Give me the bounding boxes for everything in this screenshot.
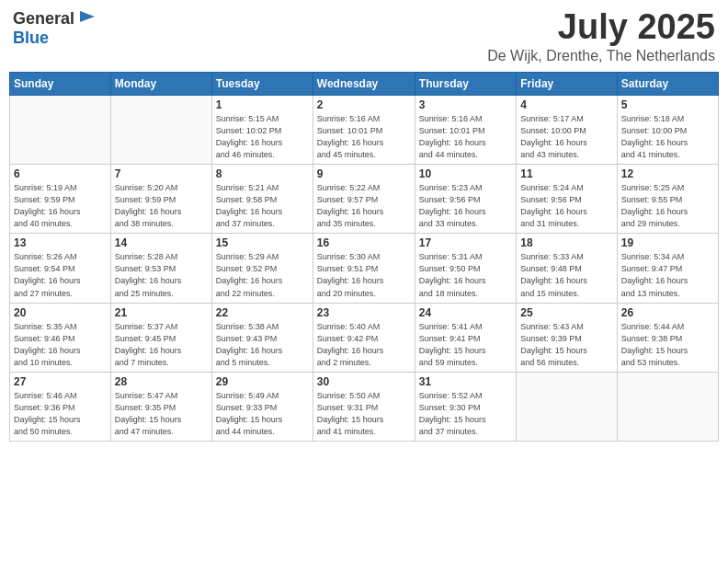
day-number: 30 (317, 375, 411, 388)
calendar-cell-1-5: 3Sunrise: 5:16 AM Sunset: 10:01 PM Dayli… (415, 96, 516, 165)
calendar-cell-3-3: 15Sunrise: 5:29 AM Sunset: 9:52 PM Dayli… (211, 234, 313, 303)
day-number: 13 (14, 236, 107, 249)
day-detail: Sunrise: 5:34 AM Sunset: 9:47 PM Dayligh… (621, 251, 714, 299)
day-detail: Sunrise: 5:16 AM Sunset: 10:01 PM Daylig… (317, 113, 411, 161)
day-detail: Sunrise: 5:26 AM Sunset: 9:54 PM Dayligh… (14, 251, 107, 299)
day-number: 22 (216, 306, 309, 319)
day-number: 31 (419, 375, 512, 388)
day-number: 10 (419, 167, 512, 180)
title-area: July 2025 De Wijk, Drenthe, The Netherla… (487, 9, 715, 64)
day-detail: Sunrise: 5:21 AM Sunset: 9:58 PM Dayligh… (216, 182, 309, 230)
calendar-cell-1-3: 1Sunrise: 5:15 AM Sunset: 10:02 PM Dayli… (211, 96, 313, 165)
calendar-cell-1-2 (110, 96, 211, 165)
day-number: 16 (317, 236, 411, 249)
day-detail: Sunrise: 5:18 AM Sunset: 10:00 PM Daylig… (621, 113, 714, 161)
day-detail: Sunrise: 5:38 AM Sunset: 9:43 PM Dayligh… (216, 321, 309, 369)
day-number: 28 (115, 375, 208, 388)
day-detail: Sunrise: 5:44 AM Sunset: 9:38 PM Dayligh… (621, 321, 714, 369)
day-detail: Sunrise: 5:28 AM Sunset: 9:53 PM Dayligh… (115, 251, 208, 299)
day-number: 4 (520, 98, 612, 111)
day-detail: Sunrise: 5:50 AM Sunset: 9:31 PM Dayligh… (317, 390, 411, 438)
day-detail: Sunrise: 5:25 AM Sunset: 9:55 PM Dayligh… (621, 182, 714, 230)
calendar-cell-1-6: 4Sunrise: 5:17 AM Sunset: 10:00 PM Dayli… (517, 96, 617, 165)
day-detail: Sunrise: 5:30 AM Sunset: 9:51 PM Dayligh… (317, 251, 411, 299)
calendar-cell-4-3: 22Sunrise: 5:38 AM Sunset: 9:43 PM Dayli… (211, 303, 313, 372)
month-title: July 2025 (487, 9, 715, 44)
day-number: 29 (216, 375, 309, 388)
day-number: 2 (317, 98, 411, 111)
day-number: 1 (216, 98, 309, 111)
day-number: 7 (115, 167, 208, 180)
weekday-header-row: SundayMondayTuesdayWednesdayThursdayFrid… (10, 73, 719, 96)
day-detail: Sunrise: 5:46 AM Sunset: 9:36 PM Dayligh… (14, 390, 107, 438)
day-number: 11 (520, 167, 612, 180)
calendar-cell-1-1 (10, 96, 111, 165)
calendar-cell-1-4: 2Sunrise: 5:16 AM Sunset: 10:01 PM Dayli… (313, 96, 415, 165)
day-number: 23 (317, 306, 411, 319)
day-detail: Sunrise: 5:22 AM Sunset: 9:57 PM Dayligh… (317, 182, 411, 230)
calendar-cell-4-2: 21Sunrise: 5:37 AM Sunset: 9:45 PM Dayli… (110, 303, 211, 372)
day-number: 24 (419, 306, 512, 319)
calendar-cell-2-6: 11Sunrise: 5:24 AM Sunset: 9:56 PM Dayli… (517, 165, 617, 234)
calendar-cell-5-2: 28Sunrise: 5:47 AM Sunset: 9:35 PM Dayli… (110, 372, 211, 441)
calendar-cell-2-1: 6Sunrise: 5:19 AM Sunset: 9:59 PM Daylig… (10, 165, 111, 234)
day-number: 17 (419, 236, 512, 249)
day-detail: Sunrise: 5:33 AM Sunset: 9:48 PM Dayligh… (520, 251, 612, 299)
day-detail: Sunrise: 5:15 AM Sunset: 10:02 PM Daylig… (216, 113, 309, 161)
weekday-header-wednesday: Wednesday (313, 73, 415, 96)
day-detail: Sunrise: 5:43 AM Sunset: 9:39 PM Dayligh… (520, 321, 612, 369)
day-number: 6 (14, 167, 107, 180)
day-number: 9 (317, 167, 411, 180)
day-number: 26 (621, 306, 714, 319)
day-detail: Sunrise: 5:20 AM Sunset: 9:59 PM Dayligh… (115, 182, 208, 230)
calendar-cell-3-2: 14Sunrise: 5:28 AM Sunset: 9:53 PM Dayli… (110, 234, 211, 303)
day-detail: Sunrise: 5:23 AM Sunset: 9:56 PM Dayligh… (419, 182, 512, 230)
calendar-week-row-1: 1Sunrise: 5:15 AM Sunset: 10:02 PM Dayli… (10, 96, 719, 165)
day-number: 21 (115, 306, 208, 319)
day-detail: Sunrise: 5:37 AM Sunset: 9:45 PM Dayligh… (115, 321, 208, 369)
calendar-week-row-2: 6Sunrise: 5:19 AM Sunset: 9:59 PM Daylig… (10, 165, 719, 234)
calendar-cell-3-4: 16Sunrise: 5:30 AM Sunset: 9:51 PM Dayli… (313, 234, 415, 303)
calendar-week-row-3: 13Sunrise: 5:26 AM Sunset: 9:54 PM Dayli… (10, 234, 719, 303)
weekday-header-sunday: Sunday (10, 73, 111, 96)
day-detail: Sunrise: 5:52 AM Sunset: 9:30 PM Dayligh… (419, 390, 512, 438)
calendar-cell-2-4: 9Sunrise: 5:22 AM Sunset: 9:57 PM Daylig… (313, 165, 415, 234)
day-detail: Sunrise: 5:24 AM Sunset: 9:56 PM Dayligh… (520, 182, 612, 230)
calendar-cell-5-4: 30Sunrise: 5:50 AM Sunset: 9:31 PM Dayli… (313, 372, 415, 441)
calendar-cell-2-2: 7Sunrise: 5:20 AM Sunset: 9:59 PM Daylig… (110, 165, 211, 234)
calendar-cell-4-7: 26Sunrise: 5:44 AM Sunset: 9:38 PM Dayli… (617, 303, 718, 372)
calendar-cell-2-5: 10Sunrise: 5:23 AM Sunset: 9:56 PM Dayli… (415, 165, 516, 234)
day-detail: Sunrise: 5:47 AM Sunset: 9:35 PM Dayligh… (115, 390, 208, 438)
calendar-cell-3-1: 13Sunrise: 5:26 AM Sunset: 9:54 PM Dayli… (10, 234, 111, 303)
day-detail: Sunrise: 5:35 AM Sunset: 9:46 PM Dayligh… (14, 321, 107, 369)
weekday-header-friday: Friday (517, 73, 617, 96)
calendar-cell-4-4: 23Sunrise: 5:40 AM Sunset: 9:42 PM Dayli… (313, 303, 415, 372)
calendar-cell-5-7 (617, 372, 718, 441)
calendar-week-row-4: 20Sunrise: 5:35 AM Sunset: 9:46 PM Dayli… (10, 303, 719, 372)
day-number: 18 (520, 236, 612, 249)
calendar-cell-1-7: 5Sunrise: 5:18 AM Sunset: 10:00 PM Dayli… (617, 96, 718, 165)
day-number: 8 (216, 167, 309, 180)
day-number: 15 (216, 236, 309, 249)
day-number: 25 (520, 306, 612, 319)
day-detail: Sunrise: 5:49 AM Sunset: 9:33 PM Dayligh… (216, 390, 309, 438)
calendar-cell-3-6: 18Sunrise: 5:33 AM Sunset: 9:48 PM Dayli… (517, 234, 617, 303)
header: General Blue July 2025 De Wijk, Drenthe,… (9, 9, 719, 64)
day-detail: Sunrise: 5:19 AM Sunset: 9:59 PM Dayligh… (14, 182, 107, 230)
day-detail: Sunrise: 5:17 AM Sunset: 10:00 PM Daylig… (520, 113, 612, 161)
calendar-table: SundayMondayTuesdayWednesdayThursdayFrid… (9, 72, 719, 442)
day-number: 12 (621, 167, 714, 180)
day-detail: Sunrise: 5:40 AM Sunset: 9:42 PM Dayligh… (317, 321, 411, 369)
calendar-cell-2-7: 12Sunrise: 5:25 AM Sunset: 9:55 PM Dayli… (617, 165, 718, 234)
weekday-header-saturday: Saturday (617, 73, 718, 96)
day-number: 20 (14, 306, 107, 319)
svg-marker-0 (80, 11, 95, 22)
logo: General Blue (13, 9, 97, 48)
day-detail: Sunrise: 5:29 AM Sunset: 9:52 PM Dayligh… (216, 251, 309, 299)
day-number: 14 (115, 236, 208, 249)
logo-flag-icon (76, 9, 97, 28)
weekday-header-thursday: Thursday (415, 73, 516, 96)
calendar-cell-4-1: 20Sunrise: 5:35 AM Sunset: 9:46 PM Dayli… (10, 303, 111, 372)
calendar-cell-4-5: 24Sunrise: 5:41 AM Sunset: 9:41 PM Dayli… (415, 303, 516, 372)
logo-blue-text: Blue (13, 29, 49, 48)
